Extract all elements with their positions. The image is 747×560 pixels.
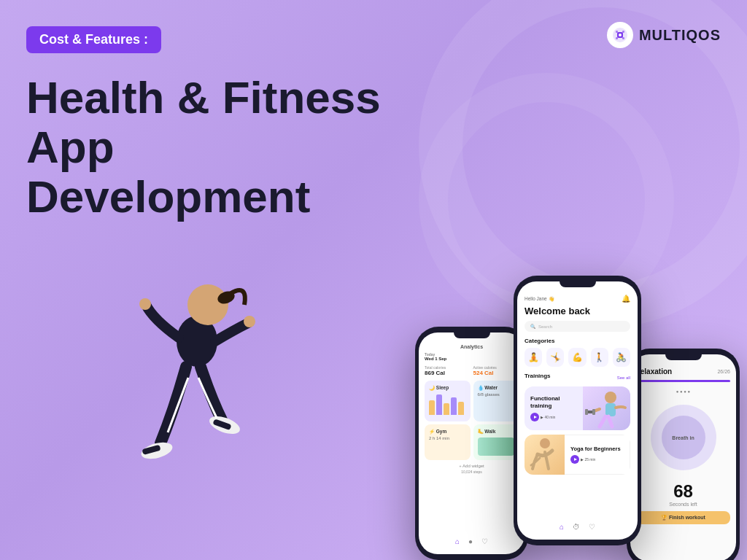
svg-rect-19 bbox=[585, 409, 588, 415]
yoga-card[interactable]: Yoga for Beginners ▶ 25 min bbox=[525, 435, 630, 475]
play-button[interactable] bbox=[530, 413, 539, 421]
relax-progress-bar bbox=[636, 380, 730, 382]
analytics-cards: 🌙 Sleep 💧 Water 6/8 glasses bbox=[425, 381, 519, 460]
phone-analytics: Analytics Today Wed 1 Sep Total calories… bbox=[415, 327, 528, 560]
svg-point-2 bbox=[619, 34, 622, 36]
trainings-title: Trainings bbox=[525, 373, 551, 379]
relaxation-screen: Relaxation 26/26 ● ● ● ● Breath in bbox=[630, 354, 736, 560]
trainings-header: Trainings See all bbox=[525, 373, 630, 383]
relax-progress-label: 26/26 bbox=[717, 369, 730, 374]
phones-container: Analytics Today Wed 1 Sep Total calories… bbox=[415, 276, 740, 545]
functional-training-name: Functional training bbox=[530, 395, 577, 409]
page-title: Health & Fitness App Development bbox=[26, 73, 449, 222]
cat-cycle[interactable]: 🚴 bbox=[613, 348, 630, 367]
functional-training-time: ▶ 40 min bbox=[530, 413, 577, 421]
cat-strength[interactable]: 💪 bbox=[568, 348, 586, 367]
yoga-play-button[interactable] bbox=[570, 455, 579, 464]
countdown-display: 68 Seconds left bbox=[636, 481, 730, 507]
phone-notch-left bbox=[454, 332, 490, 338]
finish-workout-button[interactable]: 🏆 Finish workout bbox=[636, 511, 730, 524]
breath-outer-circle: Breath in bbox=[651, 405, 716, 470]
svg-point-21 bbox=[540, 438, 550, 448]
search-icon: 🔍 bbox=[530, 324, 535, 329]
yoga-time: ▶ 25 min bbox=[570, 455, 624, 464]
dots-indicator: ● ● ● ● bbox=[636, 389, 730, 394]
relax-title: Relaxation bbox=[636, 368, 672, 376]
add-widget: + Add widget bbox=[425, 464, 519, 468]
analytics-screen: Analytics Today Wed 1 Sep Total calories… bbox=[419, 332, 525, 554]
svg-rect-3 bbox=[616, 31, 618, 33]
yoga-info: Yoga for Beginners ▶ 25 min bbox=[565, 435, 630, 475]
cat-stretch[interactable]: 🤸 bbox=[546, 348, 564, 367]
functional-time-text: ▶ 40 min bbox=[541, 415, 555, 419]
phone-notch-right bbox=[665, 354, 702, 360]
bottom-nav-left: ⌂ ● ♡ bbox=[419, 537, 525, 545]
countdown-label: Seconds left bbox=[636, 502, 730, 507]
yoga-time-text: ▶ 25 min bbox=[581, 457, 595, 462]
cost-badge: Cost & Features : bbox=[26, 26, 161, 53]
svg-rect-20 bbox=[592, 409, 595, 415]
hello-text: Hello Jane 👋 bbox=[525, 296, 554, 302]
relax-progress-fill bbox=[636, 380, 730, 382]
welcome-text: Welcome back bbox=[525, 306, 630, 316]
svg-rect-17 bbox=[605, 403, 616, 416]
analytics-title: Analytics bbox=[425, 344, 519, 349]
runner-figure bbox=[58, 210, 336, 560]
main-app-screen: Hello Jane 👋 🔔 Welcome back 🔍 Search Cat… bbox=[517, 281, 638, 540]
svg-point-10 bbox=[244, 316, 255, 327]
categories-row: 🧘 🤸 💪 🚶 🚴 bbox=[525, 348, 630, 367]
yoga-name: Yoga for Beginners bbox=[570, 446, 624, 452]
analytics-today: Today Wed 1 Sep bbox=[425, 352, 519, 361]
svg-point-11 bbox=[139, 298, 151, 310]
functional-training-info: Functional training ▶ 40 min bbox=[525, 386, 583, 430]
svg-point-8 bbox=[187, 284, 228, 325]
phone-main: Hello Jane 👋 🔔 Welcome back 🔍 Search Cat… bbox=[514, 276, 641, 545]
countdown-number: 68 bbox=[636, 481, 730, 502]
categories-title: Categories bbox=[525, 338, 630, 344]
svg-rect-6 bbox=[622, 37, 624, 39]
bell-icon: 🔔 bbox=[622, 295, 630, 303]
phone-relaxation: Relaxation 26/26 ● ● ● ● Breath in bbox=[627, 349, 740, 560]
svg-rect-5 bbox=[616, 37, 618, 39]
bottom-nav-center: ⌂ ⏱ ♡ bbox=[517, 523, 638, 531]
see-all-link[interactable]: See all bbox=[617, 376, 630, 380]
logo-icon bbox=[607, 22, 633, 48]
yoga-image bbox=[525, 435, 565, 475]
relax-screen-content: Relaxation 26/26 ● ● ● ● Breath in bbox=[630, 354, 736, 560]
logo: MULTIQOS bbox=[607, 22, 721, 48]
steps-value: 10,024 steps bbox=[425, 470, 519, 474]
functional-training-image bbox=[583, 386, 630, 430]
breath-animation: Breath in bbox=[636, 405, 730, 470]
phone-notch-center bbox=[560, 281, 596, 287]
runner-svg bbox=[73, 225, 321, 560]
svg-point-16 bbox=[605, 392, 616, 403]
logo-text: MULTIQOS bbox=[639, 27, 721, 44]
search-bar[interactable]: 🔍 Search bbox=[525, 321, 630, 332]
functional-training-card[interactable]: Functional training ▶ 40 min bbox=[525, 386, 630, 430]
app-header: Hello Jane 👋 🔔 bbox=[525, 295, 630, 303]
main-background: Cost & Features : MULTIQOS Health & Fitn… bbox=[0, 0, 747, 560]
breath-inner-circle: Breath in bbox=[662, 416, 705, 459]
relax-header: Relaxation 26/26 bbox=[636, 368, 730, 376]
svg-rect-4 bbox=[622, 31, 624, 33]
cat-walk[interactable]: 🚶 bbox=[591, 348, 608, 367]
logo-svg bbox=[612, 27, 628, 43]
analytics-stats: Total calories 869 Cal Active calories 5… bbox=[425, 365, 519, 376]
cat-yoga[interactable]: 🧘 bbox=[525, 348, 542, 367]
main-screen-content: Hello Jane 👋 🔔 Welcome back 🔍 Search Cat… bbox=[517, 281, 638, 540]
main-heading: Health & Fitness App Development bbox=[26, 73, 449, 222]
